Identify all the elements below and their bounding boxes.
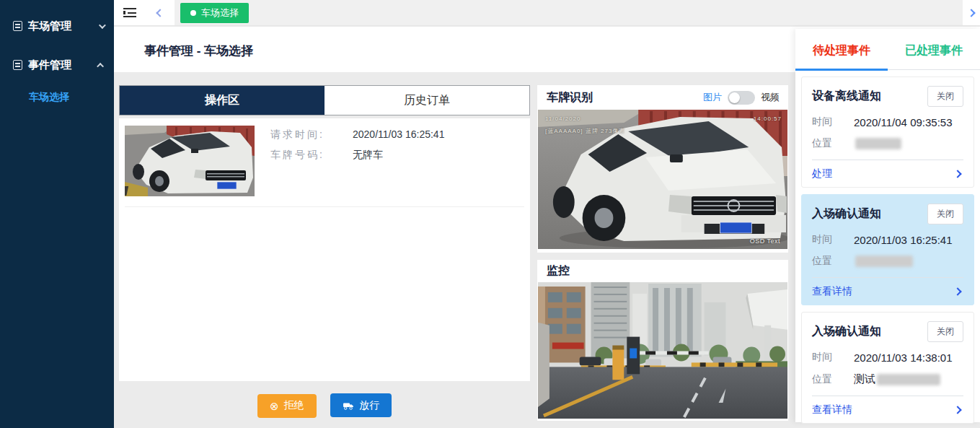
osd-time-text: 14:00:57 — [754, 115, 782, 122]
view-details-link[interactable]: 查看详情 — [812, 285, 852, 298]
active-tab-underline — [795, 69, 888, 71]
event-card-list: 设备离线通知 关闭 时间 2020/11/04 09:35:53 位置 处理 — [795, 70, 980, 428]
event-title: 设备离线通知 — [812, 89, 881, 104]
tab-label: 车场选择 — [201, 6, 239, 19]
sidebar: 车场管理 事件管理 车场选择 — [0, 0, 114, 428]
event-time-value: 2020/11/04 09:35:53 — [854, 116, 953, 128]
reject-label: 拒绝 — [284, 399, 304, 412]
close-event-button[interactable]: 关闭 — [927, 86, 963, 107]
event-card-device-offline: 设备离线通知 关闭 时间 2020/11/04 09:35:53 位置 处理 — [801, 77, 974, 188]
event-time-value: 2020/11/03 14:38:01 — [854, 351, 953, 364]
event-location-label: 位置 — [812, 137, 842, 150]
osd-plate-text: [蓝AAAAA0] 蓝牌 273像素 — [545, 127, 625, 135]
event-location-value: 测试 — [854, 372, 940, 386]
event-card-entry-confirm: 入场确认通知 关闭 时间 2020/11/03 14:38:01 位置 测试 查… — [801, 312, 974, 424]
tabs-scroll-right-button[interactable] — [963, 0, 980, 25]
request-time-label: 请求时间: — [270, 128, 344, 141]
collapse-menu-button[interactable] — [114, 0, 146, 25]
tab-strip: 车场选择 — [175, 0, 963, 25]
tab-operation-area[interactable]: 操作区 — [120, 86, 325, 115]
plate-capture-image: 11/04/2020 [蓝AAAAA0] 蓝牌 273像素 14:00:57 O… — [538, 110, 787, 249]
menu-fold-icon — [123, 8, 136, 17]
entry-request-row: 请求时间: 2020/11/03 16:25:41 车牌号码: 无牌车 — [125, 126, 524, 207]
redacted-location — [855, 138, 901, 149]
tabs-scroll-left-button[interactable] — [146, 0, 175, 25]
reject-button[interactable]: ⊗ 拒绝 — [257, 394, 317, 418]
tab-parking-selection[interactable]: 车场选择 — [180, 3, 249, 23]
tab-processed-events[interactable]: 已处理事件 — [888, 29, 980, 69]
chevron-right-icon[interactable] — [953, 170, 961, 178]
document-icon — [13, 21, 22, 31]
document-icon — [13, 60, 22, 70]
toggle-video-label[interactable]: 视频 — [761, 91, 780, 104]
toggle-knob — [729, 92, 740, 103]
release-car-icon — [343, 401, 354, 410]
operation-tabs: 操作区 历史订单 — [119, 85, 530, 115]
vehicle-thumbnail-image — [125, 126, 255, 196]
release-label: 放行 — [359, 399, 379, 412]
tab-history-orders[interactable]: 历史订单 — [325, 86, 529, 115]
plate-recognition-panel: 车牌识别 图片 视频 — [537, 85, 788, 253]
event-location-label: 位置 — [812, 255, 842, 268]
plate-number-label: 车牌号码: — [270, 149, 344, 162]
event-location-value — [854, 256, 913, 267]
action-buttons: ⊗ 拒绝 放行 — [119, 393, 530, 418]
event-time-label: 时间 — [812, 233, 842, 246]
parking-management-app: 车场管理 事件管理 车场选择 车场选择 事件管理 - 车场选择 — [0, 0, 980, 428]
osd-date-text: 11/04/2020 — [545, 115, 581, 122]
tab-pending-events[interactable]: 待处理事件 — [795, 29, 888, 69]
plate-number-value: 无牌车 — [353, 149, 383, 162]
circle-x-icon: ⊗ — [270, 401, 279, 411]
chevron-down-icon — [99, 22, 106, 29]
monitor-panel-title: 监控 — [547, 263, 780, 279]
sidebar-item-parking-management[interactable]: 车场管理 — [0, 12, 114, 40]
close-event-button[interactable]: 关闭 — [927, 204, 963, 224]
close-event-button[interactable]: 关闭 — [927, 321, 963, 342]
event-time-label: 时间 — [812, 115, 842, 128]
chevron-right-icon[interactable] — [953, 406, 961, 414]
sidebar-item-label: 车场管理 — [28, 19, 99, 33]
event-time-label: 时间 — [812, 351, 842, 364]
event-title: 入场确认通知 — [812, 206, 881, 222]
operation-area-body: 请求时间: 2020/11/03 16:25:41 车牌号码: 无牌车 — [119, 118, 530, 381]
tab-dot-icon — [190, 10, 196, 16]
release-button[interactable]: 放行 — [330, 393, 392, 417]
top-tab-bar: 车场选择 — [114, 0, 980, 26]
request-time-value: 2020/11/03 16:25:41 — [353, 128, 444, 141]
chevron-right-icon[interactable] — [953, 287, 961, 295]
request-info: 请求时间: 2020/11/03 16:25:41 车牌号码: 无牌车 — [270, 126, 444, 196]
events-tabs: 待处理事件 已处理事件 — [795, 29, 980, 70]
monitor-panel: 监控 — [537, 260, 788, 421]
toggle-image-label[interactable]: 图片 — [703, 91, 722, 104]
redacted-location — [877, 374, 940, 385]
chevron-right-icon — [967, 9, 975, 17]
events-panel: 待处理事件 已处理事件 设备离线通知 关闭 时间 2020/11/04 09:3… — [795, 29, 980, 422]
event-location-label: 位置 — [812, 373, 842, 386]
sidebar-item-label: 事件管理 — [28, 58, 99, 72]
image-video-toggle[interactable] — [728, 91, 755, 105]
event-location-value — [854, 138, 901, 149]
handle-event-link[interactable]: 处理 — [812, 167, 832, 180]
sidebar-subitem-parking-selection[interactable]: 车场选择 — [29, 91, 69, 104]
media-toggle-group: 图片 视频 — [703, 91, 780, 105]
osd-label-text: OSD Text — [750, 237, 780, 245]
chevron-left-icon — [156, 9, 164, 17]
event-card-entry-confirm-selected: 入场确认通知 关闭 时间 2020/11/03 16:25:41 位置 查看详情 — [801, 194, 974, 305]
sidebar-item-event-management[interactable]: 事件管理 — [0, 51, 114, 79]
event-time-value: 2020/11/03 16:25:41 — [854, 234, 953, 246]
monitor-camera-image — [538, 282, 787, 419]
plate-panel-title: 车牌识别 — [547, 90, 703, 105]
redacted-location — [855, 256, 913, 267]
event-title: 入场确认通知 — [812, 324, 881, 339]
view-details-link[interactable]: 查看详情 — [812, 403, 852, 416]
page-title: 事件管理 - 车场选择 — [144, 43, 253, 59]
